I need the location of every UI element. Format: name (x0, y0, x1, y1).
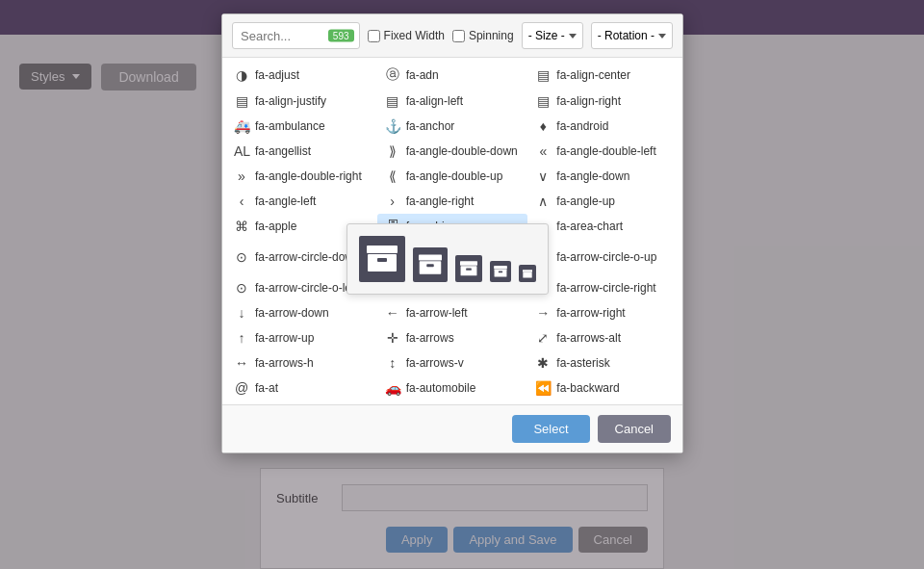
icon-label-fa-arrow-circle-o-up: fa-arrow-circle-o-up (556, 250, 656, 264)
svg-rect-12 (523, 270, 532, 272)
modal-toolbar: 593 Fixed Width Spinning - Size - - Rota… (222, 14, 682, 58)
icon-symbol-fa-arrows-alt: ⤢ (535, 330, 551, 346)
icon-label-fa-at: fa-at (255, 381, 278, 395)
icon-label-fa-arrow-left: fa-arrow-left (406, 306, 468, 320)
icon-item-fa-area-chart[interactable]: ▲fa-area-chart (527, 214, 679, 239)
icon-item-fa-arrows[interactable]: ✛fa-arrows (377, 325, 528, 350)
icon-item-fa-android[interactable]: ♦fa-android (527, 114, 679, 139)
icon-item-fa-ambulance[interactable]: 🚑fa-ambulance (226, 114, 377, 139)
icon-label-fa-angle-double-down: fa-angle-double-down (406, 144, 518, 158)
icon-item-fa-align-right[interactable]: ▤fa-align-right (527, 89, 679, 114)
svg-rect-2 (377, 258, 387, 262)
icon-item-fa-angellist[interactable]: ALfa-angellist (226, 139, 377, 164)
icon-item-fa-bar-chart[interactable]: 📊fa-bar-chart (527, 401, 679, 404)
icon-symbol-fa-align-left: ▤ (385, 93, 400, 109)
icon-item-fa-arrows-alt[interactable]: ⤢fa-arrows-alt (527, 325, 679, 350)
icon-symbol-fa-angle-left: ‹ (234, 194, 249, 209)
modal-footer: Select Cancel (222, 404, 682, 453)
size-label: - Size - (528, 29, 565, 42)
icon-label-fa-angle-double-left: fa-angle-double-left (556, 144, 655, 158)
icon-symbol-fa-angle-right: › (385, 194, 400, 209)
svg-rect-7 (461, 266, 477, 275)
icon-item-fa-arrows-v[interactable]: ↕fa-arrows-v (377, 350, 528, 375)
icon-label-fa-angle-right: fa-angle-right (406, 194, 475, 208)
icon-item-fa-align-justify[interactable]: ▤fa-align-justify (226, 89, 377, 114)
icon-item-fa-anchor[interactable]: ⚓fa-anchor (377, 114, 528, 139)
icon-item-fa-arrow-circle-right[interactable]: ⊙fa-arrow-circle-right (527, 275, 679, 300)
fixed-width-checkbox-label[interactable]: Fixed Width (368, 29, 445, 42)
icon-symbol-fa-ambulance: 🚑 (234, 118, 249, 134)
icon-item-fa-automobile[interactable]: 🚗fa-automobile (377, 375, 528, 401)
icon-label-fa-align-center: fa-align-center (556, 68, 630, 82)
icon-label-fa-adn: fa-adn (406, 68, 439, 82)
icon-item-fa-angle-double-left[interactable]: «fa-angle-double-left (527, 139, 679, 164)
icon-label-fa-arrows-h: fa-arrows-h (255, 356, 314, 370)
icon-symbol-fa-apple: ⌘ (234, 219, 249, 234)
icon-item-fa-arrow-right[interactable]: →fa-arrow-right (527, 300, 679, 325)
icon-symbol-fa-adn: ⓐ (385, 66, 400, 84)
icon-symbol-fa-arrow-left: ← (385, 305, 400, 321)
svg-rect-9 (494, 266, 507, 269)
icon-item-fa-align-center[interactable]: ▤fa-align-center (527, 62, 679, 89)
archive-preview-icon-xxs (519, 265, 536, 282)
icon-symbol-fa-android: ♦ (535, 118, 551, 134)
icon-item-fa-angle-double-right[interactable]: »fa-angle-double-right (226, 164, 377, 189)
size-dropdown[interactable]: - Size - (522, 22, 583, 49)
search-wrapper: 593 (232, 22, 360, 49)
icon-label-fa-angle-left: fa-angle-left (255, 194, 316, 208)
icon-symbol-fa-anchor: ⚓ (385, 118, 400, 134)
icon-label-fa-area-chart: fa-area-chart (556, 220, 623, 233)
icon-symbol-fa-angle-down: ∨ (535, 168, 551, 184)
icon-label-fa-arrow-circle-right: fa-arrow-circle-right (556, 281, 655, 295)
icon-symbol-fa-arrows: ✛ (385, 330, 400, 346)
icon-symbol-fa-angle-double-left: « (535, 143, 551, 159)
spinning-checkbox[interactable] (452, 30, 465, 42)
svg-rect-13 (523, 272, 531, 277)
icon-item-fa-angle-up[interactable]: ∧fa-angle-up (527, 189, 679, 214)
icon-label-fa-arrow-right: fa-arrow-right (556, 306, 625, 320)
icon-symbol-fa-arrow-down: ↓ (234, 305, 249, 321)
icon-symbol-fa-angle-double-up: ⟪ (385, 168, 400, 184)
icon-symbol-fa-angellist: AL (234, 143, 249, 159)
select-button[interactable]: Select (512, 415, 589, 443)
icon-item-fa-adjust[interactable]: ◑fa-adjust (226, 62, 377, 89)
icon-label-fa-angle-double-up: fa-angle-double-up (406, 169, 503, 183)
svg-rect-3 (419, 255, 442, 261)
size-dropdown-arrow-icon (569, 34, 577, 39)
icon-symbol-fa-angle-double-right: » (234, 168, 249, 184)
icon-symbol-fa-align-center: ▤ (535, 67, 551, 83)
icon-item-fa-angle-left[interactable]: ‹fa-angle-left (226, 189, 377, 214)
icon-label-fa-arrows-v: fa-arrows-v (406, 356, 464, 370)
icon-item-fa-arrow-up[interactable]: ↑fa-arrow-up (226, 325, 377, 350)
icon-item-fa-align-left[interactable]: ▤fa-align-left (377, 89, 528, 114)
fixed-width-checkbox[interactable] (368, 30, 380, 42)
rotation-label: - Rotation - (598, 29, 654, 42)
icon-item-fa-angle-down[interactable]: ∨fa-angle-down (527, 164, 679, 189)
cancel-button[interactable]: Cancel (598, 415, 671, 443)
svg-rect-4 (420, 261, 442, 274)
icon-item-fa-arrow-circle-o-up[interactable]: ↑fa-arrow-circle-o-up (527, 239, 679, 275)
icon-item-fa-ban[interactable]: ⊘fa-ban (226, 401, 377, 404)
icon-item-fa-backward[interactable]: ⏪fa-backward (527, 375, 679, 401)
icon-item-fa-angle-double-down[interactable]: ⟫fa-angle-double-down (377, 139, 528, 164)
icon-item-fa-angle-right[interactable]: ›fa-angle-right (377, 189, 528, 214)
icon-symbol-fa-arrows-h: ↔ (234, 355, 249, 371)
icon-item-fa-arrows-h[interactable]: ↔fa-arrows-h (226, 350, 377, 375)
spinning-label: Spinning (469, 29, 514, 42)
icon-item-fa-arrow-down[interactable]: ↓fa-arrow-down (226, 300, 377, 325)
icon-label-fa-angellist: fa-angellist (255, 144, 311, 158)
icon-item-fa-bank[interactable]: 🏛fa-bank (377, 401, 528, 404)
icon-label-fa-apple: fa-apple (255, 220, 296, 233)
icon-symbol-fa-arrow-up: ↑ (234, 330, 249, 346)
rotation-dropdown[interactable]: - Rotation - (591, 22, 673, 49)
icon-symbol-fa-arrows-v: ↕ (385, 355, 400, 371)
icon-item-fa-arrow-left[interactable]: ←fa-arrow-left (377, 300, 528, 325)
icon-label-fa-arrows-alt: fa-arrows-alt (556, 331, 621, 345)
icon-label-fa-align-justify: fa-align-justify (255, 94, 326, 108)
icon-item-fa-adn[interactable]: ⓐfa-adn (377, 62, 528, 89)
icon-symbol-fa-arrow-circle-down: ⊙ (234, 249, 249, 265)
spinning-checkbox-label[interactable]: Spinning (452, 29, 514, 42)
icon-item-fa-angle-double-up[interactable]: ⟪fa-angle-double-up (377, 164, 528, 189)
icon-item-fa-at[interactable]: @fa-at (226, 375, 377, 401)
icon-item-fa-asterisk[interactable]: ✱fa-asterisk (527, 350, 679, 375)
